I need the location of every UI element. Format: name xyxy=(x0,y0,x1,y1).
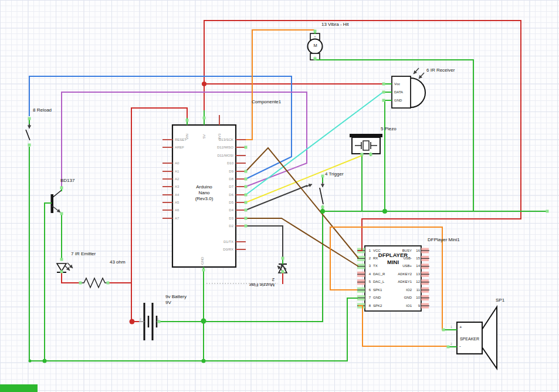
dfplayer-pin-label-usb-: USB- xyxy=(385,256,412,261)
motor-plus: + xyxy=(310,33,320,39)
trigger-switch-arm[interactable] xyxy=(320,188,323,204)
piezo-symbol[interactable] xyxy=(350,134,382,154)
arduino-pin-label-a5: A5 xyxy=(175,201,179,205)
dfplayer-pin-number: 5 xyxy=(367,280,371,284)
dfplayer-pin-label-adkey2: ADKEY2 xyxy=(385,272,412,276)
junction-dot-red xyxy=(202,82,206,86)
dfplayer-pin-number: 15 xyxy=(414,256,420,261)
resistor-symbol[interactable] xyxy=(80,278,109,288)
label-reload: 8 Reload xyxy=(33,107,52,113)
junction-dot-green xyxy=(320,209,325,214)
dfplayer-pin-number: 12 xyxy=(414,280,420,284)
label-ir-emitter: 7 IR Emitter xyxy=(71,251,96,257)
wire-black-37[interactable] xyxy=(246,185,307,210)
bottom-left-green-bar xyxy=(0,384,38,392)
arduino-pin-label-a2: A2 xyxy=(175,177,179,181)
label-vibra-hit: 13 Vibra - Hit xyxy=(321,22,349,28)
dfplayer-pin-label-adkey1: ADKEY1 xyxy=(385,280,412,284)
dfplayer-pin-number: 2 xyxy=(367,256,371,261)
arduino-pin-label-d10: D10 xyxy=(188,161,233,165)
pin-connection-square xyxy=(245,209,248,212)
junction-dot-red xyxy=(130,319,135,325)
pin-connection-square xyxy=(28,117,31,120)
dfplayer-pin-number: 8 xyxy=(367,304,371,308)
speaker-pin2-number: 2 xyxy=(450,342,452,346)
dfplayer-pin-label-tx: TX xyxy=(373,264,378,268)
battery-symbol[interactable] xyxy=(144,303,157,340)
battery-pin1-number: 1 xyxy=(157,317,159,321)
dfplayer-pin-label-io2: IO2 xyxy=(385,288,412,292)
pin-connection-square xyxy=(245,225,248,228)
pin-connection-square xyxy=(245,217,248,220)
battery-pin2-number: 2 xyxy=(140,317,141,321)
label-ir-receiver: 6 IR Receiver xyxy=(426,67,455,73)
pin-connection-square xyxy=(79,282,82,285)
dfplayer-pin-label-spk1: SPK1 xyxy=(373,288,382,292)
pin-connection-square xyxy=(60,271,63,273)
motor-minus: - xyxy=(310,53,320,59)
pin-connection-square xyxy=(28,144,31,147)
dfplayer-pin-label-spk2: SPK2 xyxy=(373,304,382,308)
arduino-pin-label-d2: D2 xyxy=(188,224,233,228)
pin-connection-square xyxy=(245,185,248,188)
pin-connection-square xyxy=(107,282,110,285)
pin-connection-square xyxy=(282,271,284,273)
pin-connection-square xyxy=(546,210,549,213)
wire-green-12[interactable] xyxy=(30,298,358,361)
pin-connection-square xyxy=(245,146,248,149)
schematic-canvas[interactable]: 13 Vibra - Hit 6 IR Receiver Componente1… xyxy=(0,0,559,392)
label-43-ohm: 43 ohm xyxy=(110,259,126,265)
junction-dot-green xyxy=(29,360,32,363)
pin-connection-square xyxy=(314,30,317,33)
arduino-pin-label-aref: AREF xyxy=(175,146,184,150)
pin-connection-square xyxy=(186,119,189,122)
arduino-pin-label-d8: D8 xyxy=(188,177,233,181)
label-battery: 9v Battery 9V xyxy=(165,294,187,306)
arduino-pin-label-d5: D5 xyxy=(188,201,233,205)
pin-connection-square xyxy=(60,187,63,190)
dfplayer-pin-label-vcc: VCC xyxy=(373,249,381,253)
pin-connection-square xyxy=(245,194,248,197)
dfplayer-pin-number: 10 xyxy=(414,296,420,300)
pin-connection-square xyxy=(382,83,385,86)
pin-connection-square xyxy=(202,269,205,272)
arduino-pin-label-a4: A4 xyxy=(175,193,179,197)
label-muzzle-flair: Muzzle Flair 2 xyxy=(236,277,275,288)
pin-connection-square xyxy=(282,257,284,260)
label-sp1: SP1 xyxy=(496,298,504,303)
ir-receiver-pin-label-vcc: Vcc xyxy=(394,82,400,86)
wire-yellow-36[interactable] xyxy=(246,156,362,202)
dfplayer-pin-label-gnd: GND xyxy=(385,296,412,300)
label-componente1: Componente1 xyxy=(252,99,281,105)
arduino-pin-label-d6: D6 xyxy=(188,193,233,197)
label-piezo: 5 Piezo xyxy=(381,126,397,132)
pin-connection-square xyxy=(245,170,248,173)
pin-connection-square xyxy=(245,178,248,181)
wire-orange-43[interactable] xyxy=(358,306,447,346)
pin-connection-square xyxy=(60,212,63,215)
dfplayer-pin-number: 3 xyxy=(367,264,371,268)
speaker-label: SPEAKER xyxy=(457,336,482,342)
pin-connection-square xyxy=(442,329,445,332)
junction-dot-green xyxy=(202,359,206,363)
arduino-pin-label-d13-sck: D13/SCK xyxy=(188,138,233,142)
wire-red-3[interactable] xyxy=(62,272,80,283)
reload-switch-arm[interactable] xyxy=(26,130,30,140)
dfplayer-pin-label-gnd: GND xyxy=(373,296,381,300)
pin-connection-square xyxy=(382,99,385,102)
pin-connection-square xyxy=(203,117,206,120)
arrowhead xyxy=(28,126,31,129)
ir-receiver-dome[interactable] xyxy=(411,78,425,107)
pin-connection-square xyxy=(60,258,63,261)
dfplayer-pin-label-dac_l: DAC_L xyxy=(373,280,384,284)
wire-green-19[interactable] xyxy=(45,203,52,361)
arduino-pin-label-a6: A6 xyxy=(175,208,179,212)
wire-orange-41[interactable] xyxy=(246,30,314,140)
dfplayer-pin-number: 6 xyxy=(367,288,371,292)
arduino-pin-label-a0: A0 xyxy=(175,161,179,165)
speaker-minus: - xyxy=(459,343,461,349)
label-trigger: 4 Trigger xyxy=(325,171,344,177)
wire-black-38[interactable] xyxy=(246,226,283,258)
dfplayer-pin-label-rx: RX xyxy=(373,256,378,261)
dfplayer-pin-number: 1 xyxy=(367,249,371,253)
